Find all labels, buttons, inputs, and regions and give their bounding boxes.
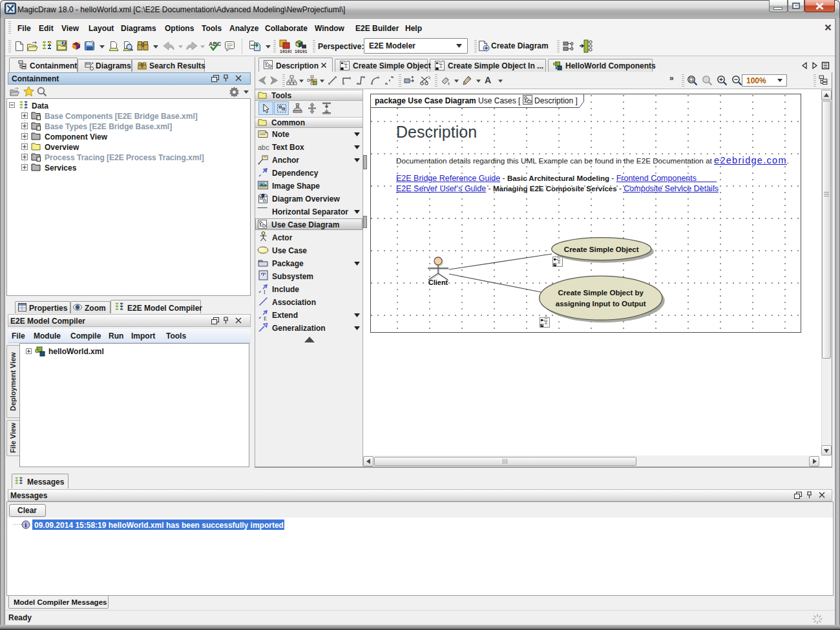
svg-text:E: E	[264, 316, 267, 321]
svg-text:Client: Client	[428, 278, 448, 286]
svg-text:i: i	[25, 521, 27, 529]
svg-text:10101: 10101	[295, 50, 308, 54]
svg-text:ABC: ABC	[209, 41, 221, 47]
svg-text:2: 2	[63, 41, 65, 45]
svg-text:assigning Input to Output: assigning Input to Output	[556, 300, 646, 308]
svg-text:I: I	[264, 289, 266, 295]
svg-text:Create Simple Object by: Create Simple Object by	[558, 289, 644, 297]
svg-text:Create Simple Object: Create Simple Object	[564, 246, 639, 253]
svg-text:10101: 10101	[280, 50, 291, 54]
